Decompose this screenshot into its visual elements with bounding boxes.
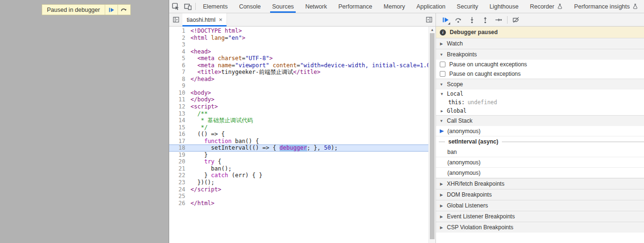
tab-elements[interactable]: Elements	[197, 0, 233, 13]
tab-security[interactable]: Security	[451, 0, 484, 13]
code-text[interactable]: <title>tinygeeker-前端禁止调试</title>	[189, 69, 320, 76]
line-number[interactable]: 11	[169, 96, 189, 103]
tab-network[interactable]: Network	[299, 0, 333, 13]
code-text[interactable]: */	[189, 124, 208, 131]
tab-sources[interactable]: Sources	[266, 0, 299, 13]
line-number[interactable]: 17	[169, 138, 189, 145]
tab-memory[interactable]: Memory	[378, 0, 411, 13]
code-text[interactable]: setInterval(() => { debugger; }, 50);	[189, 144, 338, 152]
code-text[interactable]: <html lang="en">	[189, 35, 245, 42]
line-number[interactable]: 24	[169, 186, 189, 193]
step-over-button[interactable]	[118, 5, 130, 15]
tab-performance[interactable]: Performance	[333, 0, 378, 13]
code-text[interactable]: </head>	[189, 76, 215, 83]
code-text[interactable]: <meta name="viewport" content="width=dev…	[189, 62, 435, 69]
section-xhr-fetch-breakpoints[interactable]: ▶XHR/fetch Breakpoints	[436, 178, 644, 189]
close-icon[interactable]: ×	[219, 17, 223, 23]
section-call-stack[interactable]: ▼ Call Stack	[436, 115, 644, 126]
code-text[interactable]	[189, 82, 190, 90]
code-text[interactable]: ban();	[189, 165, 232, 172]
scroll-up-arrow-icon[interactable]: ▲	[429, 27, 435, 33]
line-number[interactable]: 22	[169, 172, 189, 179]
show-debugger-sidebar-button[interactable]	[422, 13, 435, 26]
code-text[interactable]: }	[189, 152, 208, 159]
code-text[interactable]: (() => {	[189, 131, 225, 138]
line-number[interactable]: 21	[169, 165, 189, 172]
scope-local-item[interactable]: ▼ Local	[436, 90, 644, 98]
editor-scrollbar[interactable]: ▲	[428, 27, 435, 243]
code-text[interactable]: <!DOCTYPE html>	[189, 27, 242, 35]
code-editor[interactable]: 1<!DOCTYPE html>2<html lang="en">34<head…	[169, 27, 435, 243]
code-text[interactable]: </html>	[189, 200, 215, 207]
file-tab-tiaoshi[interactable]: tiaoshi.html ×	[182, 13, 227, 26]
inspect-element-button[interactable]	[169, 0, 181, 13]
line-number[interactable]: 2	[169, 35, 189, 42]
code-text[interactable]	[189, 193, 190, 200]
line-number[interactable]: 5	[169, 55, 189, 62]
line-number[interactable]: 25	[169, 193, 189, 200]
code-text[interactable]: })();	[189, 179, 215, 186]
line-number[interactable]: 6	[169, 62, 189, 69]
section-csp-violation-breakpoints[interactable]: ▶CSP Violation Breakpoints	[436, 222, 644, 233]
line-number[interactable]: 10	[169, 90, 189, 97]
section-event-listener-breakpoints[interactable]: ▶Event Listener Breakpoints	[436, 211, 644, 222]
code-text[interactable]: * 基础禁止调试代码	[189, 117, 253, 124]
call-stack-frame[interactable]: (anonymous)	[436, 168, 644, 178]
line-number[interactable]: 19	[169, 152, 189, 159]
section-watch[interactable]: ▶ Watch	[436, 38, 644, 49]
line-number[interactable]: 7	[169, 69, 189, 76]
resume-script-execution-button[interactable]	[439, 14, 452, 26]
call-stack-frame[interactable]: ban	[436, 147, 644, 157]
deactivate-breakpoints-button[interactable]	[509, 14, 523, 26]
code-text[interactable]	[189, 41, 190, 48]
line-number[interactable]: 16	[169, 131, 189, 138]
section-global-listeners[interactable]: ▶Global Listeners	[436, 200, 644, 211]
step-into-button[interactable]	[465, 14, 479, 26]
code-text[interactable]: </script>	[189, 186, 221, 193]
line-number[interactable]: 12	[169, 103, 189, 110]
code-text[interactable]: <script>	[189, 103, 218, 110]
line-number[interactable]: 15	[169, 124, 189, 131]
tab-recorder[interactable]: Recorder	[524, 0, 568, 13]
line-number[interactable]: 1	[169, 27, 189, 35]
line-number[interactable]: 8	[169, 76, 189, 83]
code-text[interactable]: </body>	[189, 96, 215, 103]
line-number[interactable]: 3	[169, 41, 189, 48]
checkbox-unchecked[interactable]	[440, 71, 445, 77]
code-text[interactable]: <body>	[189, 90, 211, 97]
line-number[interactable]: 23	[169, 179, 189, 186]
line-number[interactable]: 9	[169, 82, 189, 90]
line-number[interactable]: 13	[169, 110, 189, 117]
scope-global-item[interactable]: ▶ Global	[436, 107, 644, 115]
step-over-button[interactable]	[452, 14, 465, 26]
line-number[interactable]: 26	[169, 200, 189, 207]
section-scope[interactable]: ▼ Scope	[436, 79, 644, 90]
tab-application[interactable]: Application	[411, 0, 451, 13]
tab-performance-insights[interactable]: Performance insights	[569, 0, 644, 13]
resume-script-button[interactable]	[105, 5, 118, 15]
call-stack-frame[interactable]: (anonymous)	[436, 126, 644, 136]
toggle-device-toolbar-button[interactable]	[181, 0, 194, 13]
code-text[interactable]: function ban() {	[189, 138, 259, 145]
step-out-button[interactable]	[479, 14, 492, 26]
call-stack-frame[interactable]: (anonymous)	[436, 157, 644, 168]
tab-console[interactable]: Console	[233, 0, 266, 13]
section-breakpoints[interactable]: ▼ Breakpoints	[436, 49, 644, 60]
show-navigator-button[interactable]	[169, 13, 182, 26]
line-number[interactable]: 20	[169, 158, 189, 165]
code-text[interactable]: <meta charset="UTF-8">	[189, 55, 272, 62]
line-number[interactable]: 4	[169, 48, 189, 55]
step-button[interactable]	[492, 14, 505, 26]
checkbox-unchecked[interactable]	[440, 62, 445, 67]
scope-this-item[interactable]: this: undefined	[436, 98, 644, 107]
tab-lighthouse[interactable]: Lighthouse	[484, 0, 524, 13]
scrollbar-thumb[interactable]	[430, 33, 435, 239]
section-dom-breakpoints[interactable]: ▶DOM Breakpoints	[436, 189, 644, 200]
code-text[interactable]: /**	[189, 110, 208, 117]
code-text[interactable]: } catch (err) { }	[189, 172, 263, 179]
line-number[interactable]: 18	[169, 144, 189, 152]
code-text[interactable]: try {	[189, 158, 221, 165]
call-stack-frame[interactable]: setInterval (async)	[436, 136, 644, 147]
code-text[interactable]: <head>	[189, 48, 211, 55]
line-number[interactable]: 14	[169, 117, 189, 124]
